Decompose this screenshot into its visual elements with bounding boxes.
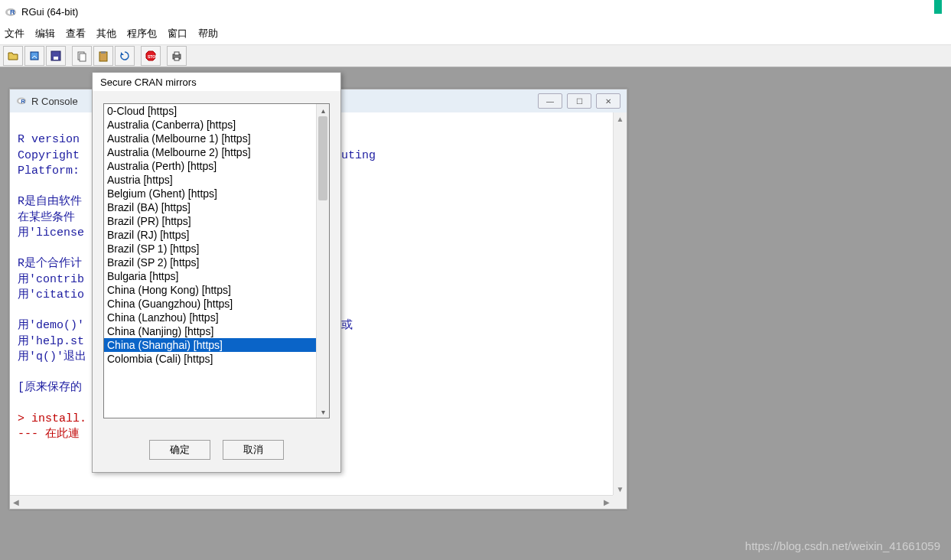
mirror-list-item[interactable]: China (Shanghai) [https] [104, 338, 316, 352]
menu-edit[interactable]: 编辑 [35, 27, 55, 41]
menu-packages[interactable]: 程序包 [127, 27, 157, 41]
mirror-list-item[interactable]: Colombia (Cali) [https] [104, 352, 316, 366]
print-icon[interactable] [167, 46, 187, 66]
menu-file[interactable]: 文件 [5, 27, 24, 41]
save-icon[interactable] [46, 46, 66, 66]
scroll-down-icon[interactable]: ▼ [614, 483, 627, 495]
console-title: R Console [31, 96, 78, 107]
svg-text:R: R [21, 97, 25, 104]
svg-rect-9 [101, 51, 106, 54]
svg-rect-7 [80, 54, 86, 61]
scrollbar-thumb[interactable] [318, 116, 327, 200]
svg-rect-13 [174, 52, 179, 55]
load-ws-icon[interactable] [24, 46, 44, 66]
maximize-button[interactable]: ☐ [567, 93, 591, 109]
console-horizontal-scrollbar[interactable]: ◀▶ [10, 495, 613, 509]
r-logo-icon: R [16, 95, 27, 108]
mirror-list-item[interactable]: Brazil (BA) [https] [104, 200, 316, 214]
svg-text:R: R [10, 8, 15, 16]
mirror-list-item[interactable]: Brazil (SP 2) [https] [104, 256, 316, 269]
mirror-list-item[interactable]: Brazil (RJ) [https] [104, 228, 316, 242]
toolbar: STOP [0, 44, 951, 67]
paste-icon[interactable] [93, 46, 113, 66]
mirror-list-item[interactable]: China (Hong Kong) [https] [104, 283, 316, 297]
scroll-up-icon[interactable]: ▴ [317, 104, 329, 116]
mirror-list-item[interactable]: Australia (Melbourne 1) [https] [104, 132, 316, 145]
close-button[interactable]: ✕ [596, 93, 620, 109]
scroll-right-icon[interactable]: ▶ [604, 498, 610, 506]
scroll-up-icon[interactable]: ▲ [614, 112, 627, 125]
side-tab-indicator [933, 0, 943, 14]
mirror-list-item[interactable]: Bulgaria [https] [104, 269, 316, 283]
menubar: 文件 编辑 查看 其他 程序包 窗口 帮助 [0, 23, 951, 44]
footer-area [0, 511, 951, 560]
scroll-down-icon[interactable]: ▾ [317, 405, 329, 418]
mirror-list-item[interactable]: China (Lanzhou) [https] [104, 311, 316, 324]
menu-other[interactable]: 其他 [96, 27, 116, 41]
mirror-list-item[interactable]: Brazil (SP 1) [https] [104, 242, 316, 256]
dialog-title: Secure CRAN mirrors [93, 73, 340, 91]
mirror-list-item[interactable]: Australia (Canberra) [https] [104, 118, 316, 132]
watermark-text: https://blog.csdn.net/weixin_41661059 [745, 539, 940, 552]
mirror-list-item[interactable]: Australia (Melbourne 2) [https] [104, 145, 316, 159]
refresh-icon[interactable] [115, 46, 135, 66]
copy-icon[interactable] [72, 46, 92, 66]
mirror-list-item[interactable]: Austria [https] [104, 173, 316, 187]
minimize-button[interactable]: — [538, 93, 562, 109]
stop-icon[interactable]: STOP [141, 46, 161, 66]
menu-window[interactable]: 窗口 [168, 27, 187, 41]
open-icon[interactable] [3, 46, 23, 66]
menu-help[interactable]: 帮助 [198, 27, 218, 41]
svg-rect-14 [174, 57, 179, 60]
app-title: RGui (64-bit) [21, 6, 78, 18]
mirror-list-item[interactable]: 0-Cloud [https] [104, 104, 316, 118]
console-vertical-scrollbar[interactable]: ▲ ▼ [613, 112, 627, 495]
scroll-left-icon[interactable]: ◀ [13, 498, 19, 506]
app-titlebar: R RGui (64-bit) [0, 0, 951, 23]
menu-view[interactable]: 查看 [66, 27, 86, 41]
mirror-list-item[interactable]: Brazil (PR) [https] [104, 214, 316, 228]
cancel-button[interactable]: 取消 [223, 440, 284, 460]
mirror-list-item[interactable]: China (Guangzhou) [https] [104, 297, 316, 311]
listbox-scrollbar[interactable]: ▴ ▾ [316, 104, 329, 418]
mirror-list-item[interactable]: Australia (Perth) [https] [104, 159, 316, 173]
mirror-list-item[interactable]: China (Nanjing) [https] [104, 324, 316, 338]
r-logo-icon: R [5, 5, 17, 18]
cran-mirror-dialog: Secure CRAN mirrors 0-Cloud [https]Austr… [92, 72, 341, 473]
svg-rect-5 [54, 57, 58, 60]
svg-text:STOP: STOP [148, 54, 157, 59]
resize-grip-icon[interactable] [613, 495, 627, 509]
ok-button[interactable]: 确定 [149, 440, 210, 460]
mirror-listbox[interactable]: 0-Cloud [https]Australia (Canberra) [htt… [103, 103, 330, 418]
mirror-list-item[interactable]: Belgium (Ghent) [https] [104, 187, 316, 200]
